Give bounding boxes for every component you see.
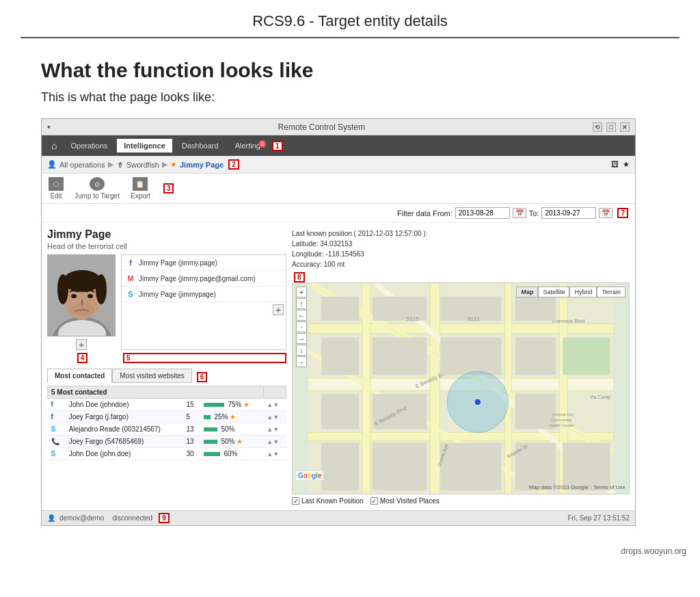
svg-point-9	[88, 294, 93, 298]
right-panel: Last known position ( 2012-12-03 12:57:0…	[292, 228, 630, 505]
map-bottom: ✓ Last Known Position ✓ Most Visited Pla…	[292, 497, 630, 505]
map-type-map-btn[interactable]: Map	[516, 287, 538, 297]
social-add-btn[interactable]: +	[273, 304, 284, 315]
map-background-svg: E Beverly Blvd S Atlantic Blvd Pomona Bl…	[293, 283, 629, 494]
svg-rect-26	[321, 297, 359, 321]
breadcrumb-star-icon[interactable]: ★	[623, 160, 630, 169]
google-logo: Google	[296, 471, 323, 480]
titlebar-close-btn[interactable]: ✕	[620, 122, 630, 132]
breadcrumb-icon-2: 🗡	[116, 161, 124, 169]
app-statusbar: 👤 demov@demo disconnected 9 Fri, Sep 27 …	[42, 510, 635, 525]
toolbar-edit-btn[interactable]: □ Edit	[49, 177, 64, 200]
pct-bar	[204, 427, 217, 432]
skype-icon: S	[126, 289, 135, 299]
table-row: f John Doe (johndoe) 15 75% ★ ▲▼	[48, 399, 286, 411]
nav-item-dashboard[interactable]: Dashboard	[175, 139, 226, 152]
map-pan-up-btn[interactable]: ↑	[296, 298, 307, 309]
map-info-line2: Latitude: 34.032153	[292, 239, 630, 249]
map-pan-right-btn[interactable]: →	[296, 333, 307, 344]
last-known-checkbox[interactable]: ✓	[292, 497, 299, 505]
contact-icon: f	[48, 411, 66, 423]
map-type-terrain-btn[interactable]: Terrain	[597, 287, 625, 297]
map-zoom-out-btn[interactable]: -	[296, 356, 307, 367]
mc-table-header: 5 Most contacted	[48, 386, 264, 399]
pct-bar	[204, 403, 224, 407]
contact-count: 30	[183, 448, 200, 460]
profile-photo	[47, 254, 116, 336]
tab-most-visited[interactable]: Most visited websites	[112, 369, 191, 383]
app-navbar: ⌂ Operations Intelligence Dashboard Aler…	[42, 135, 635, 156]
filter-to-label: To:	[529, 209, 539, 217]
map-info-line1: Last known position ( 2012-12-03 12:57:0…	[292, 228, 630, 239]
titlebar-refresh-btn[interactable]: ⟲	[593, 122, 602, 132]
status-user: demov@demo	[59, 514, 104, 522]
contact-count: 15	[183, 399, 200, 411]
profile-area: + 4 f Jimmy Page (jimmy.page)	[47, 254, 286, 363]
map-pan-center-btn[interactable]: ·	[296, 321, 307, 332]
svg-text:5122: 5122	[468, 316, 480, 322]
table-row: f Joey Fargo (j.fargo) 5 25% ★ ▲▼	[48, 411, 286, 423]
map-pan-down-btn[interactable]: ↓	[296, 345, 307, 356]
svg-text:Pomona Blvd: Pomona Blvd	[552, 318, 584, 324]
most-visited-checkbox[interactable]: ✓	[371, 497, 378, 505]
contact-pct: 50% ★	[200, 436, 264, 448]
tabs-row: Most contacted Most visited websites	[47, 369, 192, 383]
table-row: S Alejandro Reade (003214567) 13 50% ▲▼	[48, 423, 286, 436]
nav-item-operations[interactable]: Operations	[64, 139, 114, 152]
map-zoom-in-btn[interactable]: +	[296, 287, 307, 297]
annotation-3: 3	[163, 183, 174, 194]
map-controls: + ↑ ← · → ↓ -	[296, 287, 307, 367]
svg-point-6	[57, 274, 68, 304]
breadcrumb-jimmy-page[interactable]: Jimmy Page	[180, 161, 224, 169]
map-type-hybrid-btn[interactable]: Hybrid	[569, 287, 597, 297]
nav-item-intelligence[interactable]: Intelligence	[117, 139, 172, 152]
contact-scroll: ▲▼	[263, 423, 286, 436]
svg-point-44	[474, 399, 481, 406]
alerting-badge: 0	[258, 140, 265, 148]
map-info-line4: Accuracy: 100 mt	[292, 259, 630, 269]
filter-to-calendar-btn[interactable]: 📅	[599, 208, 612, 218]
toolbar-export-btn[interactable]: 📋 Export	[131, 177, 150, 200]
section-subtext: This is what the page looks like:	[41, 90, 659, 105]
pct-bar	[204, 452, 220, 456]
map-container: E Beverly Blvd S Atlantic Blvd Pomona Bl…	[292, 282, 630, 494]
breadcrumb-swordfish[interactable]: Swordfish	[126, 161, 159, 169]
filter-from-calendar-btn[interactable]: 📅	[513, 208, 526, 218]
map-type-satellite-btn[interactable]: Satellite	[538, 287, 569, 297]
svg-text:5115: 5115	[407, 316, 419, 322]
svg-rect-37	[321, 442, 359, 490]
titlebar-maximize-btn[interactable]: □	[606, 122, 616, 132]
section-heading: What the function looks like	[41, 59, 659, 82]
target-description: Head of the terrorist cell	[47, 242, 286, 250]
facebook-icon: f	[126, 258, 135, 267]
breadcrumb-img-icon: 🖼	[611, 160, 619, 169]
tab-most-contacted[interactable]: Most contacted	[47, 369, 112, 383]
filter-bar: Filter data From: 📅 To: 📅 7	[42, 204, 635, 223]
titlebar-left-icon: ▪	[47, 122, 51, 132]
pct-bar	[204, 415, 211, 419]
most-visited-label: Most Visited Places	[380, 497, 440, 505]
filter-to-input[interactable]	[541, 207, 596, 219]
jump-icon: ⊙	[90, 177, 105, 191]
map-pan-left-btn[interactable]: ←	[296, 310, 307, 321]
nav-home-icon[interactable]: ⌂	[47, 139, 61, 152]
annotation-6: 6	[197, 372, 208, 382]
nav-item-alerting[interactable]: Alerting 0	[228, 139, 267, 152]
skype-label: Jimmy Page (jimmypage)	[139, 291, 216, 298]
svg-rect-12	[308, 324, 613, 334]
annotation-7: 7	[617, 208, 628, 218]
filter-from-input[interactable]	[455, 207, 510, 219]
app-body: Filter data From: 📅 To: 📅 7 Jimmy Page H…	[42, 204, 635, 510]
map-svg-wrapper: E Beverly Blvd S Atlantic Blvd Pomona Bl…	[293, 283, 629, 494]
main-content: What the function looks like This is wha…	[0, 38, 700, 540]
contact-pct: 60%	[200, 448, 264, 460]
facebook-label: Jimmy Page (jimmy.page)	[139, 259, 217, 267]
toolbar-jump-btn[interactable]: ⊙ Jump to Target	[75, 177, 120, 200]
contact-name: Joey Fargo (j.fargo)	[66, 411, 183, 423]
annotation-9: 9	[159, 513, 170, 523]
status-user-icon: 👤	[47, 514, 55, 522]
breadcrumb-all-operations[interactable]: All operations	[59, 161, 105, 169]
contact-scroll: ▲▼	[263, 411, 286, 423]
photo-add-btn[interactable]: +	[76, 339, 87, 350]
svg-rect-33	[515, 337, 556, 375]
